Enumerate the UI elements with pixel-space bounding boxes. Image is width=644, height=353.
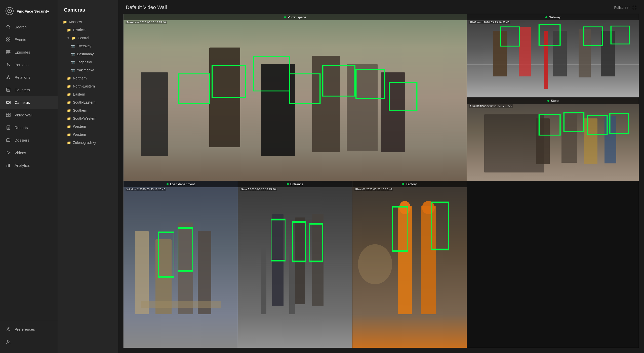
tree-label: Northern (73, 76, 87, 80)
fullscreen-icon (632, 6, 636, 10)
fullscreen-button[interactable]: Fullscreen (614, 6, 636, 10)
sidebar-item-reports[interactable]: Reports (0, 121, 58, 134)
logo-icon (6, 7, 14, 15)
tree-item-western2[interactable]: 📁 Western (58, 130, 118, 139)
tree-item-zelenogradsky[interactable]: 📁 Zelenogradsky (58, 139, 118, 147)
bottom-row: Loan department Window 2 2020-03-23 16:2… (124, 181, 467, 348)
svg-rect-4 (7, 38, 8, 39)
tree-label: Moscow (69, 20, 82, 24)
camera-icon: 📷 (71, 52, 75, 56)
gear-icon (6, 326, 11, 332)
reports-icon (6, 125, 11, 130)
video-cell-loan[interactable]: Loan department Window 2 2020-03-23 16:2… (124, 181, 238, 348)
tree-item-tagansky[interactable]: 📷 Tagansky (58, 58, 118, 66)
sidebar-item-search[interactable]: Search (0, 21, 58, 33)
video-cell-store[interactable]: Store Ground floor 2019-04-23 17:13:20 (467, 98, 639, 181)
cell-timestamp-loan: Window 2 2020-03-23 16:25:46 (126, 188, 166, 191)
sidebar-item-relations[interactable]: Relations (0, 71, 58, 83)
sidebar-bottom: Preferences (0, 320, 58, 353)
sidebar-item-counters[interactable]: 00 Counters (0, 83, 58, 96)
svg-rect-17 (7, 101, 9, 104)
tree-item-northern[interactable]: 📁 Northern (58, 74, 118, 82)
folder-icon: 📁 (72, 36, 76, 40)
tree-item-basmanny[interactable]: 📷 Basmanny (58, 50, 118, 58)
sidebar-item-persons[interactable]: Persons (0, 58, 58, 71)
videowall-icon (6, 112, 11, 118)
app-logo: FindFace Security (0, 3, 58, 21)
svg-point-11 (8, 63, 9, 65)
user-icon (6, 339, 11, 344)
folder-icon: 📁 (67, 84, 71, 88)
sidebar-item-cameras[interactable]: Cameras (0, 96, 58, 109)
sidebar-item-preferences[interactable]: Preferences (0, 323, 58, 335)
sidebar-label-persons: Persons (15, 63, 28, 67)
sidebar-item-user[interactable] (0, 335, 58, 348)
svg-line-3 (9, 28, 10, 29)
sidebar-label-events: Events (15, 37, 26, 42)
cameras-icon (6, 100, 11, 105)
svg-rect-19 (9, 113, 10, 115)
tree-item-northeastern[interactable]: 📁 North-Eastern (58, 82, 118, 90)
svg-rect-20 (6, 115, 8, 117)
tree-item-moscow[interactable]: 📁 Moscow (58, 18, 118, 26)
sidebar-label-episodes: Episodes (15, 50, 30, 54)
tree-item-southwestern[interactable]: 📁 South-Western (58, 114, 118, 122)
videos-icon (6, 150, 11, 155)
svg-point-13 (7, 78, 8, 79)
tree-label: North-Eastern (73, 84, 95, 88)
right-column: Subway Platform 1 2020-03-23 16:25:46 (467, 14, 639, 181)
camera-icon: 📷 (71, 60, 75, 64)
svg-point-1 (9, 10, 10, 11)
tree-item-southeastern[interactable]: 📁 South-Eastern (58, 98, 118, 106)
cell-timestamp-store: Ground floor 2019-04-23 17:13:20 (469, 104, 513, 108)
svg-point-12 (8, 75, 9, 76)
sidebar-item-dossiers[interactable]: Dossiers (0, 134, 58, 146)
sidebar: FindFace Security Search E (0, 0, 58, 353)
tree-item-districts[interactable]: 📁 Districts (58, 26, 118, 34)
tree-item-southern[interactable]: 📁 Southern (58, 106, 118, 114)
content-header: Default Video Wall Fullscreen (118, 0, 644, 14)
sidebar-label-videos: Videos (15, 151, 26, 155)
folder-icon: 📁 (67, 76, 71, 80)
sidebar-label-reports: Reports (15, 125, 28, 130)
main-content: Default Video Wall Fullscreen (118, 0, 644, 353)
layout-wrapper: Cameras 📁 Moscow 📁 Districts ▼ 📁 Central… (58, 0, 644, 353)
video-cell-factory[interactable]: Factory Plant 01 2020-03-23 16:25:46 (352, 181, 467, 348)
tree-item-yakimanka[interactable]: 📷 Yakimanka (58, 66, 118, 74)
tree-label: Basmanny (77, 52, 94, 56)
svg-rect-21 (9, 115, 10, 117)
sidebar-label-relations: Relations (15, 75, 30, 79)
sidebar-label-dossiers: Dossiers (15, 138, 29, 142)
tree-label: Western (73, 124, 86, 128)
video-wall-title: Default Video Wall (126, 5, 167, 10)
video-cell-entrance[interactable]: Entrance Gate A 2020-03-23 16:25:46 (238, 181, 352, 348)
sidebar-item-events[interactable]: Events (0, 33, 58, 46)
svg-marker-30 (7, 151, 10, 154)
cell-titlebar-loan: Loan department (124, 181, 238, 187)
status-dot (547, 100, 549, 102)
counters-icon: 00 (6, 87, 11, 93)
svg-rect-31 (7, 165, 7, 167)
tree-item-central[interactable]: ▼ 📁 Central (58, 34, 118, 42)
video-cell-public-space[interactable]: Public space Tverskaya 2020-03-23 16:25:… (124, 14, 467, 181)
folder-icon: 📁 (63, 20, 67, 24)
sidebar-label-preferences: Preferences (15, 327, 35, 331)
svg-rect-33 (9, 164, 10, 167)
cell-title: Factory (406, 182, 417, 186)
tree-item-eastern[interactable]: 📁 Eastern (58, 90, 118, 98)
sidebar-item-videos[interactable]: Videos (0, 146, 58, 159)
svg-rect-8 (6, 51, 10, 51)
svg-rect-9 (6, 52, 10, 53)
tree-label: Central (78, 36, 89, 40)
camera-icon: 📷 (71, 68, 75, 72)
status-dot (284, 16, 286, 18)
video-cell-subway[interactable]: Subway Platform 1 2020-03-23 16:25:46 (467, 14, 639, 98)
folder-icon: 📁 (67, 109, 71, 112)
folder-icon: 📁 (67, 117, 71, 120)
tree-label: Districts (73, 28, 86, 32)
sidebar-item-videowall[interactable]: Video Wall (0, 109, 58, 121)
tree-item-western1[interactable]: 📁 Western (58, 122, 118, 130)
sidebar-item-episodes[interactable]: Episodes (0, 46, 58, 58)
tree-item-tverskoy[interactable]: 📷 Tverskoy (58, 42, 118, 50)
sidebar-item-analytics[interactable]: Analytics (0, 159, 58, 171)
